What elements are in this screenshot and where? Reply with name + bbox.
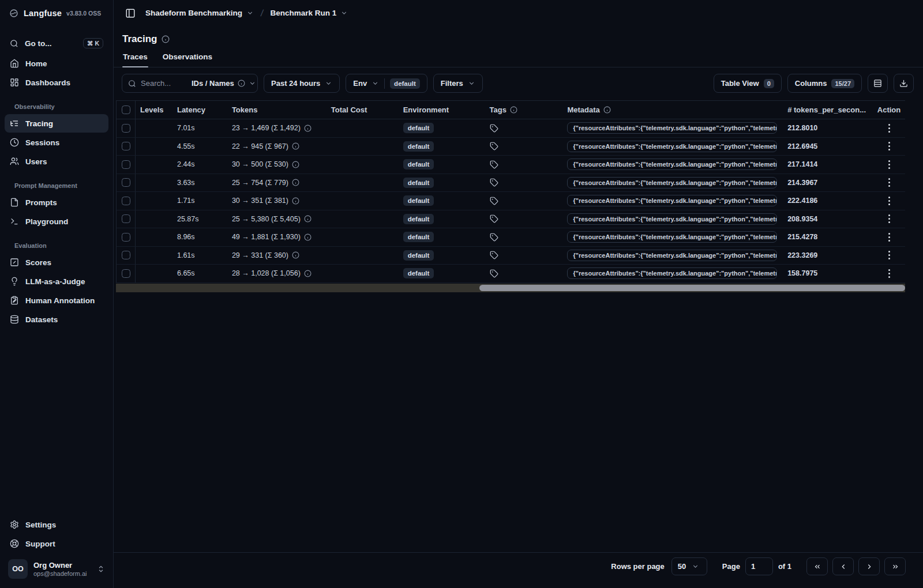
- search-box[interactable]: IDs / Names: [122, 74, 258, 93]
- next-page-button[interactable]: [858, 557, 880, 575]
- horizontal-scrollbar[interactable]: [116, 284, 905, 292]
- metadata-pill[interactable]: {"resourceAttributes":{"telemetry.sdk.la…: [567, 231, 777, 243]
- breadcrumb-run[interactable]: Benchmark Run 1: [271, 9, 348, 17]
- filters-button[interactable]: Filters: [433, 74, 483, 93]
- table-row[interactable]: 1.61s 29 → 331 (Σ 360) default {"resourc…: [116, 247, 905, 265]
- row-actions-kebab[interactable]: [886, 120, 892, 135]
- table-row[interactable]: 2.44s 30 → 500 (Σ 530) default {"resourc…: [116, 156, 905, 174]
- row-checkbox[interactable]: [122, 233, 130, 242]
- table-row[interactable]: 7.01s 23 → 1,469 (Σ 1,492) default {"res…: [116, 119, 905, 138]
- user-menu[interactable]: OO Org Owner ops@shadeform.ai: [0, 553, 113, 588]
- metadata-pill[interactable]: {"resourceAttributes":{"telemetry.sdk.la…: [567, 195, 777, 206]
- header-cell-metadata[interactable]: Metadata: [562, 101, 783, 119]
- rows-per-page-select[interactable]: 50: [671, 557, 707, 575]
- row-cell-tags[interactable]: [485, 210, 563, 228]
- row-height-button[interactable]: [868, 74, 888, 93]
- metadata-pill[interactable]: {"resourceAttributes":{"telemetry.sdk.la…: [567, 141, 777, 152]
- export-button[interactable]: [894, 74, 914, 93]
- header-cell-tokens-per-second[interactable]: # tokens_per_secon...: [783, 101, 873, 119]
- brand[interactable]: Langfuse v3.83.0 OSS: [0, 0, 113, 26]
- row-cell-tags[interactable]: [485, 119, 563, 137]
- row-actions-kebab[interactable]: [886, 229, 892, 244]
- sidebar-item-dashboards[interactable]: Dashboards: [5, 73, 108, 92]
- breadcrumb-project[interactable]: Shadeform Benchmarking: [145, 9, 254, 17]
- row-cell-tags[interactable]: [485, 228, 563, 246]
- row-checkbox[interactable]: [122, 269, 130, 278]
- row-checkbox[interactable]: [122, 124, 130, 133]
- table-row[interactable]: 1.71s 30 → 351 (Σ 381) default {"resourc…: [116, 192, 905, 210]
- table-row[interactable]: 6.65s 28 → 1,028 (Σ 1,056) default {"res…: [116, 265, 905, 283]
- select-all-checkbox[interactable]: [122, 105, 130, 114]
- row-actions-kebab[interactable]: [886, 175, 892, 190]
- row-actions-kebab[interactable]: [886, 266, 892, 281]
- header-cell-latency[interactable]: Latency: [172, 101, 227, 119]
- table-row[interactable]: 8.96s 49 → 1,881 (Σ 1,930) default {"res…: [116, 228, 905, 247]
- row-actions-kebab[interactable]: [886, 248, 892, 263]
- row-cell-environment: default: [399, 156, 485, 174]
- table-row[interactable]: 25.87s 25 → 5,380 (Σ 5,405) default {"re…: [116, 210, 905, 229]
- tab-traces[interactable]: Traces: [122, 52, 148, 67]
- row-checkbox[interactable]: [122, 197, 130, 205]
- sidebar-item-playground[interactable]: Playground: [5, 212, 108, 231]
- sidebar-item-scores[interactable]: Scores: [5, 253, 108, 272]
- environment-badge: default: [403, 268, 434, 278]
- table-row[interactable]: 3.63s 25 → 754 (Σ 779) default {"resourc…: [116, 174, 905, 193]
- header-cell-tokens[interactable]: Tokens: [227, 101, 327, 119]
- metadata-pill[interactable]: {"resourceAttributes":{"telemetry.sdk.la…: [567, 159, 777, 170]
- search-scope-dropdown[interactable]: IDs / Names: [192, 79, 256, 88]
- goto-search[interactable]: Go to... ⌘ K: [5, 34, 108, 52]
- env-filter-button[interactable]: Env default: [346, 74, 427, 93]
- row-cell-tags[interactable]: [485, 174, 563, 192]
- user-email: ops@shadeform.ai: [33, 570, 87, 577]
- sidebar-item-settings[interactable]: Settings: [5, 515, 108, 534]
- row-actions-kebab[interactable]: [886, 212, 892, 227]
- time-range-button[interactable]: Past 24 hours: [264, 74, 340, 93]
- row-cell-tokens-per-second: 158.7975: [783, 265, 873, 282]
- row-checkbox[interactable]: [122, 214, 130, 223]
- row-checkbox[interactable]: [122, 142, 130, 150]
- metadata-pill[interactable]: {"resourceAttributes":{"telemetry.sdk.la…: [567, 213, 777, 225]
- metadata-pill[interactable]: {"resourceAttributes":{"telemetry.sdk.la…: [567, 177, 777, 189]
- first-page-button[interactable]: [806, 557, 828, 575]
- sidebar-item-prompts[interactable]: Prompts: [5, 193, 108, 212]
- chevron-down-icon: [372, 80, 379, 87]
- row-cell-tags[interactable]: [485, 247, 563, 265]
- page-number-input[interactable]: [745, 557, 773, 575]
- columns-button[interactable]: Columns 15/27: [787, 74, 862, 93]
- header-cell-tags[interactable]: Tags: [485, 101, 563, 119]
- row-actions-kebab[interactable]: [886, 157, 892, 172]
- sidebar-item-support[interactable]: Support: [5, 534, 108, 553]
- row-checkbox[interactable]: [122, 160, 130, 169]
- metadata-pill[interactable]: {"resourceAttributes":{"telemetry.sdk.la…: [567, 267, 777, 279]
- row-cell-tags[interactable]: [485, 192, 563, 210]
- table-row[interactable]: 4.55s 22 → 945 (Σ 967) default {"resourc…: [116, 138, 905, 156]
- row-checkbox[interactable]: [122, 251, 130, 259]
- sidebar-item-sessions[interactable]: Sessions: [5, 133, 108, 152]
- last-page-button[interactable]: [884, 557, 906, 575]
- row-cell-tags[interactable]: [485, 156, 563, 174]
- tab-observations[interactable]: Observations: [162, 52, 213, 67]
- metadata-pill[interactable]: {"resourceAttributes":{"telemetry.sdk.la…: [567, 250, 777, 261]
- scrollbar-thumb[interactable]: [479, 285, 905, 291]
- row-cell-tags[interactable]: [485, 138, 563, 156]
- search-input[interactable]: [141, 79, 187, 88]
- prev-page-button[interactable]: [832, 557, 854, 575]
- row-cell-levels: [136, 138, 172, 156]
- header-cell-environment[interactable]: Environment: [399, 101, 485, 119]
- row-cell-action: [873, 192, 905, 210]
- metadata-pill[interactable]: {"resourceAttributes":{"telemetry.sdk.la…: [567, 122, 777, 134]
- sidebar-item-users[interactable]: Users: [5, 152, 108, 171]
- header-cell-levels[interactable]: Levels: [136, 101, 172, 119]
- sidebar-toggle-button[interactable]: [122, 5, 138, 21]
- sidebar-item-home[interactable]: Home: [5, 54, 108, 73]
- sidebar-item-llm-as-a-judge[interactable]: LLM-as-a-Judge: [5, 272, 108, 291]
- sidebar-item-human-annotation[interactable]: Human Annotation: [5, 291, 108, 310]
- row-actions-kebab[interactable]: [886, 193, 892, 208]
- sidebar-item-datasets[interactable]: Datasets: [5, 310, 108, 329]
- header-cell-total-cost[interactable]: Total Cost: [327, 101, 399, 119]
- row-checkbox[interactable]: [122, 178, 130, 187]
- row-actions-kebab[interactable]: [886, 139, 892, 154]
- table-view-button[interactable]: Table View 0: [714, 74, 782, 93]
- sidebar-item-tracing[interactable]: Tracing: [5, 114, 108, 133]
- row-cell-tags[interactable]: [485, 265, 563, 282]
